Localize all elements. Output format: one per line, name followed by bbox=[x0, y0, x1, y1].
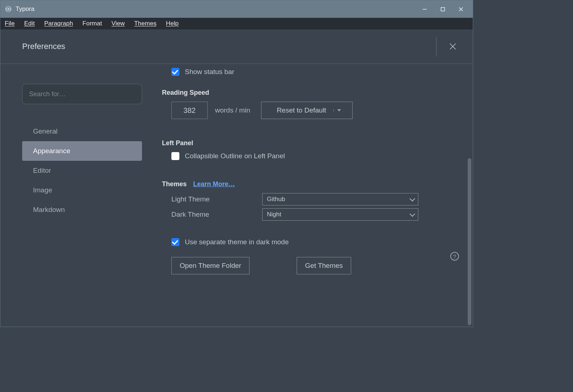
preferences-close-button[interactable] bbox=[447, 41, 458, 52]
reading-speed-heading: Reading Speed bbox=[162, 89, 458, 97]
open-theme-folder-button[interactable]: Open Theme Folder bbox=[171, 257, 249, 274]
reset-reading-speed-label: Reset to Default bbox=[269, 106, 333, 114]
search-input[interactable] bbox=[29, 90, 135, 98]
themes-learn-more-link[interactable]: Learn More… bbox=[193, 180, 235, 188]
light-theme-label: Light Theme bbox=[171, 195, 262, 203]
collapsible-outline-checkbox[interactable] bbox=[171, 152, 179, 160]
reading-speed-row: words / min Reset to Default bbox=[171, 102, 458, 119]
window-close-button[interactable] bbox=[452, 2, 470, 16]
collapsible-outline-row: Collapsible Outline on Left Panel bbox=[171, 152, 458, 160]
reading-speed-input[interactable] bbox=[171, 102, 208, 119]
theme-actions: Open Theme Folder Get Themes bbox=[171, 257, 458, 274]
nav-editor[interactable]: Editor bbox=[22, 161, 142, 180]
menu-format[interactable]: Format bbox=[81, 19, 103, 28]
collapsible-outline-label: Collapsible Outline on Left Panel bbox=[185, 152, 285, 160]
menubar: File Edit Paragraph Format View Themes H… bbox=[0, 18, 473, 29]
menu-help[interactable]: Help bbox=[164, 19, 180, 28]
preferences-sidebar: General Appearance Editor Image Markdown bbox=[0, 64, 147, 327]
search-box[interactable] bbox=[22, 84, 142, 104]
light-theme-select[interactable]: Github bbox=[262, 193, 418, 205]
scrollbar-thumb[interactable] bbox=[468, 158, 471, 325]
light-theme-value: Github bbox=[267, 196, 285, 203]
preferences-body: General Appearance Editor Image Markdown… bbox=[0, 64, 473, 327]
chevron-down-icon bbox=[410, 213, 414, 217]
nav-appearance[interactable]: Appearance bbox=[22, 141, 142, 161]
menu-file[interactable]: File bbox=[3, 19, 16, 28]
separate-theme-row: Use separate theme in dark mode bbox=[171, 238, 458, 246]
nav-markdown[interactable]: Markdown bbox=[22, 200, 142, 220]
reading-speed-units: words / min bbox=[215, 106, 250, 114]
menu-themes[interactable]: Themes bbox=[133, 19, 158, 28]
show-status-bar-row: Show status bar bbox=[171, 68, 458, 76]
nav-general[interactable]: General bbox=[22, 122, 142, 141]
dark-theme-value: Night bbox=[267, 211, 281, 218]
preferences-title: Preferences bbox=[22, 42, 65, 51]
dark-theme-row: Dark Theme Night bbox=[171, 208, 458, 221]
help-icon[interactable]: ? bbox=[450, 252, 459, 261]
show-status-bar-checkbox[interactable] bbox=[171, 68, 179, 76]
menu-view[interactable]: View bbox=[110, 19, 126, 28]
window-maximize-button[interactable] bbox=[434, 2, 452, 16]
nav-image[interactable]: Image bbox=[22, 180, 142, 200]
app-window: Typora File Edit Paragraph Format View T… bbox=[0, 0, 473, 327]
svg-point-2 bbox=[8, 9, 9, 10]
left-panel-heading: Left Panel bbox=[162, 139, 458, 147]
titlebar: Typora bbox=[0, 0, 473, 18]
themes-heading: Themes Learn More… bbox=[162, 180, 458, 188]
dark-theme-label: Dark Theme bbox=[171, 211, 262, 219]
chevron-down-icon[interactable] bbox=[333, 109, 344, 111]
app-title: Typora bbox=[16, 5, 34, 13]
app-logo-icon bbox=[5, 5, 12, 13]
preferences-nav: General Appearance Editor Image Markdown bbox=[22, 122, 143, 220]
dark-theme-select[interactable]: Night bbox=[262, 208, 418, 221]
preferences-header: Preferences bbox=[0, 29, 473, 64]
show-status-bar-label: Show status bar bbox=[185, 68, 234, 76]
menu-paragraph[interactable]: Paragraph bbox=[43, 19, 74, 28]
separate-theme-checkbox[interactable] bbox=[171, 238, 179, 246]
header-divider bbox=[436, 37, 436, 56]
preferences-content: Show status bar Reading Speed words / mi… bbox=[147, 64, 473, 327]
window-minimize-button[interactable] bbox=[415, 2, 434, 16]
light-theme-row: Light Theme Github bbox=[171, 193, 458, 205]
svg-rect-4 bbox=[441, 7, 444, 11]
menu-edit[interactable]: Edit bbox=[23, 19, 36, 28]
reset-reading-speed-button[interactable]: Reset to Default bbox=[261, 102, 353, 119]
separate-theme-label: Use separate theme in dark mode bbox=[185, 238, 289, 246]
get-themes-button[interactable]: Get Themes bbox=[297, 257, 351, 274]
themes-heading-text: Themes bbox=[162, 180, 187, 188]
chevron-down-icon bbox=[410, 197, 414, 201]
